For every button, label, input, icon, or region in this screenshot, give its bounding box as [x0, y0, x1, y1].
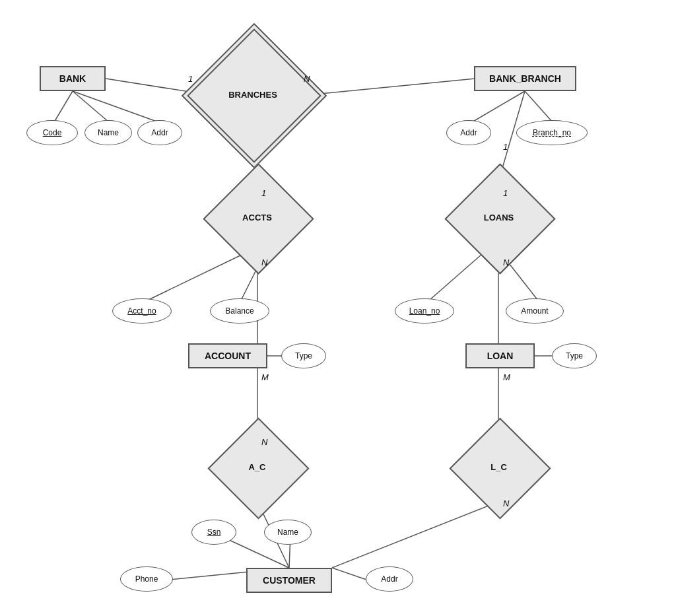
card-n-ac-customer: N	[261, 437, 267, 447]
bank-branch-entity: BANK_BRANCH	[474, 66, 576, 91]
loan-entity: LOAN	[465, 343, 535, 368]
card-n-loans-loan: N	[503, 257, 509, 267]
cust-name-attr: Name	[264, 520, 312, 545]
svg-line-3	[73, 91, 109, 122]
card-1-loans-top: 1	[503, 188, 508, 198]
lc-relationship: L_C	[464, 432, 533, 502]
acct-no-attr: Acct_no	[112, 298, 172, 324]
bb-addr-attr: Addr	[446, 120, 491, 145]
loan-type-attr: Type	[552, 343, 597, 368]
card-m-account-ac: M	[261, 372, 269, 382]
card-n-branches-bb: N	[304, 74, 310, 84]
loans-relationship: LOANS	[461, 180, 537, 256]
svg-line-5	[472, 91, 525, 122]
svg-line-13	[429, 254, 482, 300]
account-entity: ACCOUNT	[188, 343, 267, 368]
bank-entity: BANK	[40, 66, 106, 91]
ac-relationship: A_C	[222, 432, 292, 502]
card-n-lc-customer: N	[503, 498, 509, 508]
cust-ssn-attr: Ssn	[191, 520, 236, 545]
svg-line-24	[332, 568, 368, 580]
amount-attr: Amount	[506, 298, 564, 324]
balance-attr: Balance	[210, 298, 269, 324]
account-type-attr: Type	[281, 343, 326, 368]
svg-line-4	[73, 91, 158, 122]
bank-name-attr: Name	[84, 120, 132, 145]
er-diagram: BANK BANK_BRANCH ACCOUNT LOAN CUSTOMER B…	[0, 0, 676, 616]
svg-line-2	[54, 91, 73, 122]
branches-relationship: BRANCHES	[207, 48, 299, 141]
card-1-bank-branches: 1	[188, 74, 193, 84]
card-n-accts-account: N	[261, 257, 267, 267]
card-m-loan-lc: M	[503, 372, 510, 382]
bb-branchno-attr: Branch_no	[516, 120, 588, 145]
loan-no-attr: Loan_no	[395, 298, 454, 324]
svg-line-1	[300, 79, 475, 96]
bank-code-attr: Code	[26, 120, 78, 145]
bank-addr-attr: Addr	[137, 120, 182, 145]
accts-relationship: ACCTS	[219, 180, 295, 256]
card-1-bb-loans: 1	[503, 142, 508, 152]
connector-lines	[0, 0, 676, 616]
cust-addr-attr: Addr	[366, 566, 413, 592]
svg-line-6	[525, 91, 553, 122]
card-1-branches-accts: 1	[261, 188, 266, 198]
svg-line-10	[147, 254, 243, 300]
cust-phone-attr: Phone	[120, 566, 173, 592]
svg-line-20	[332, 502, 498, 568]
customer-entity: CUSTOMER	[246, 568, 332, 593]
